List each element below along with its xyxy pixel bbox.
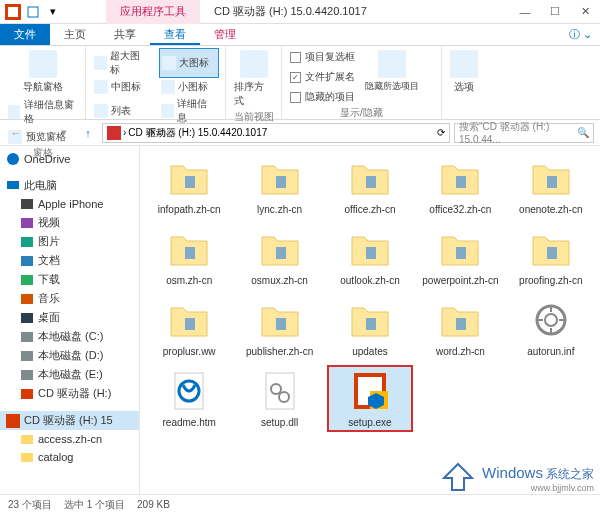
tab-home[interactable]: 主页: [50, 24, 100, 45]
tree-item[interactable]: 桌面: [14, 308, 139, 327]
close-button[interactable]: ✕: [570, 0, 600, 24]
file-label: lync.zh-cn: [257, 204, 302, 215]
svg-rect-14: [21, 370, 33, 380]
file-label: osm.zh-cn: [166, 275, 212, 286]
breadcrumb[interactable]: › CD 驱动器 (H:) 15.0.4420.1017 ⟳: [102, 123, 450, 143]
file-item[interactable]: osmux.zh-cn: [236, 223, 322, 290]
file-label: readme.htm: [163, 417, 216, 428]
exe-icon: [348, 369, 392, 413]
svg-rect-24: [185, 247, 195, 259]
file-list[interactable]: infopath.zh-cnlync.zh-cnoffice.zh-cnoffi…: [146, 152, 594, 432]
tab-manage[interactable]: 管理: [200, 24, 250, 45]
office-icon[interactable]: [4, 3, 22, 21]
up-button[interactable]: ↑: [78, 123, 98, 143]
nav-pane-button[interactable]: 导航窗格: [6, 48, 79, 96]
layout-small-icon[interactable]: 小图标: [159, 79, 220, 95]
tree-item[interactable]: Apple iPhone: [14, 195, 139, 213]
layout-details[interactable]: 详细信息: [159, 96, 220, 126]
file-label: office.zh-cn: [345, 204, 396, 215]
file-item[interactable]: infopath.zh-cn: [146, 152, 232, 219]
search-icon: 🔍: [577, 127, 589, 138]
options-button[interactable]: 选项: [448, 48, 480, 96]
layout-medium-icon[interactable]: 中图标: [92, 79, 151, 95]
tab-view[interactable]: 查看: [150, 24, 200, 45]
tree-item[interactable]: 文档: [14, 251, 139, 270]
tree-item[interactable]: access.zh-cn: [14, 430, 139, 448]
cd-icon: [20, 387, 34, 401]
svg-point-34: [545, 314, 557, 326]
file-item[interactable]: setup.exe: [327, 365, 413, 432]
sort-button[interactable]: 排序方式: [232, 48, 275, 110]
ribbon-group-showhide: 显示/隐藏: [288, 106, 435, 122]
small-icons-icon: [161, 80, 175, 94]
ribbon-help-icon[interactable]: ⓘ ⌄: [561, 24, 600, 45]
tree-item[interactable]: CD 驱动器 (H:): [14, 384, 139, 403]
file-item[interactable]: proplusr.ww: [146, 294, 232, 361]
tree-item[interactable]: 视频: [14, 213, 139, 232]
svg-rect-29: [185, 318, 195, 330]
tree-item[interactable]: 本地磁盘 (D:): [14, 346, 139, 365]
detail-pane-icon: [8, 105, 20, 119]
music-icon: [20, 292, 34, 306]
tree-this-pc[interactable]: 此电脑: [0, 176, 139, 195]
file-item[interactable]: word.zh-cn: [417, 294, 503, 361]
svg-rect-15: [21, 389, 33, 399]
tab-share[interactable]: 共享: [100, 24, 150, 45]
qat-dropdown-icon[interactable]: ▾: [44, 3, 62, 21]
history-dropdown[interactable]: ▾: [54, 123, 74, 143]
qat-props-icon[interactable]: [24, 3, 42, 21]
tree-item[interactable]: 下载: [14, 270, 139, 289]
breadcrumb-text: CD 驱动器 (H:) 15.0.4420.1017: [128, 126, 267, 140]
file-label: updates: [352, 346, 388, 357]
layout-large-icon[interactable]: 大图标: [159, 48, 220, 78]
file-item[interactable]: office.zh-cn: [327, 152, 413, 219]
status-count: 23 个项目: [8, 498, 52, 512]
file-item[interactable]: autorun.inf: [508, 294, 594, 361]
file-item[interactable]: setup.dll: [236, 365, 322, 432]
tree-item[interactable]: 音乐: [14, 289, 139, 308]
file-item[interactable]: outlook.zh-cn: [327, 223, 413, 290]
minimize-button[interactable]: —: [510, 0, 540, 24]
layout-xl-icon[interactable]: 超大图标: [92, 48, 151, 78]
folder-icon: [438, 156, 482, 200]
svg-rect-4: [7, 181, 19, 189]
tree-item[interactable]: 本地磁盘 (C:): [14, 327, 139, 346]
tree-item[interactable]: catalog: [14, 448, 139, 466]
search-input[interactable]: 搜索"CD 驱动器 (H:) 15.0.44... 🔍: [454, 123, 594, 143]
file-item[interactable]: onenote.zh-cn: [508, 152, 594, 219]
tree-item[interactable]: 图片: [14, 232, 139, 251]
back-button[interactable]: ←: [6, 123, 26, 143]
tree-cd-drive-selected[interactable]: CD 驱动器 (H:) 15: [0, 411, 139, 430]
file-item[interactable]: readme.htm: [146, 365, 232, 432]
layout-list[interactable]: 列表: [92, 96, 151, 126]
hidden-items-toggle[interactable]: 隐藏的项目: [288, 88, 357, 106]
refresh-icon[interactable]: ⟳: [437, 127, 445, 138]
file-item[interactable]: lync.zh-cn: [236, 152, 322, 219]
item-checkboxes-toggle[interactable]: 项目复选框: [288, 48, 357, 66]
tab-file[interactable]: 文件: [0, 24, 50, 45]
file-item[interactable]: office32.zh-cn: [417, 152, 503, 219]
maximize-button[interactable]: ☐: [540, 0, 570, 24]
navigation-tree[interactable]: OneDrive 此电脑 Apple iPhone视频图片文档下载音乐桌面本地磁…: [0, 146, 140, 494]
hide-selected-button[interactable]: 隐藏所选项目: [363, 48, 421, 106]
checkbox-icon: ✓: [290, 72, 301, 83]
tree-onedrive[interactable]: OneDrive: [0, 150, 139, 168]
file-item[interactable]: powerpoint.zh-cn: [417, 223, 503, 290]
file-item[interactable]: osm.zh-cn: [146, 223, 232, 290]
svg-rect-27: [456, 247, 466, 259]
file-item[interactable]: updates: [327, 294, 413, 361]
file-label: publisher.zh-cn: [246, 346, 313, 357]
status-size: 209 KB: [137, 499, 170, 510]
file-item[interactable]: publisher.zh-cn: [236, 294, 322, 361]
drive-icon: [20, 349, 34, 363]
sort-icon: [240, 50, 268, 78]
folder-icon: [348, 298, 392, 342]
tree-item[interactable]: 本地磁盘 (E:): [14, 365, 139, 384]
folder-icon: [258, 227, 302, 271]
svg-rect-25: [276, 247, 286, 259]
svg-rect-5: [21, 199, 33, 209]
file-item[interactable]: proofing.zh-cn: [508, 223, 594, 290]
folder-icon: [20, 450, 34, 464]
file-ext-toggle[interactable]: ✓文件扩展名: [288, 68, 357, 86]
forward-button[interactable]: →: [30, 123, 50, 143]
